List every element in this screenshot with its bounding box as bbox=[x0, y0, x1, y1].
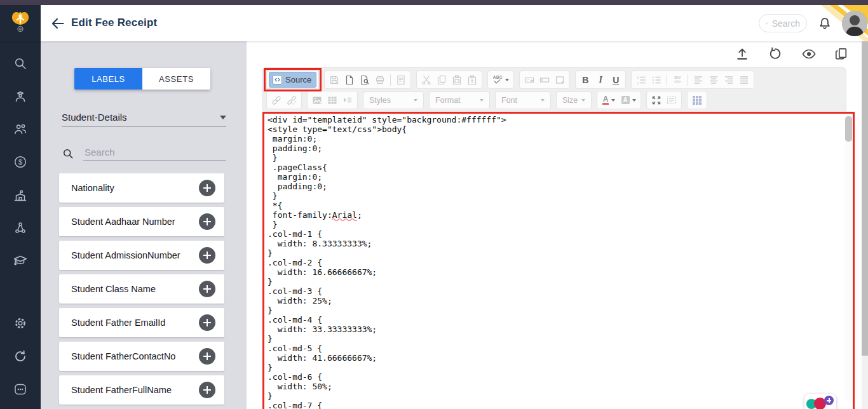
font-dropdown[interactable]: Font bbox=[495, 91, 551, 109]
align-right-button[interactable] bbox=[721, 72, 736, 88]
format-dropdown[interactable]: Format bbox=[429, 91, 490, 109]
app-logo[interactable] bbox=[0, 5, 41, 41]
sidebar-school-icon[interactable] bbox=[13, 188, 28, 203]
source-group: Source bbox=[266, 70, 319, 89]
maximize-button[interactable] bbox=[649, 93, 664, 108]
sidebar-student-icon[interactable] bbox=[13, 89, 28, 104]
maximize-icon bbox=[651, 95, 661, 105]
sidebar-graduation-icon[interactable] bbox=[13, 253, 28, 268]
label-card-admission[interactable]: Student AdmissionNumber bbox=[59, 241, 224, 270]
sidebar-chat-icon[interactable] bbox=[13, 382, 28, 397]
panel-tabs: LABELS ASSETS bbox=[74, 68, 210, 90]
new-page-button[interactable] bbox=[342, 72, 357, 88]
notifications-button[interactable] bbox=[817, 15, 832, 32]
code-scrollbar-thumb[interactable] bbox=[845, 116, 852, 142]
label-card-class[interactable]: Student Class Name bbox=[59, 274, 224, 304]
category-select[interactable]: Student-Details bbox=[62, 108, 226, 127]
basicstyles-group: B I U bbox=[575, 70, 626, 89]
add-label-button[interactable] bbox=[199, 314, 215, 331]
sidebar-sync-icon[interactable] bbox=[13, 349, 28, 364]
image-button[interactable] bbox=[309, 93, 325, 108]
colors-group: A A bbox=[597, 91, 641, 109]
search-icon bbox=[62, 147, 74, 161]
chevron-down-icon bbox=[505, 79, 509, 81]
div-container-button[interactable]: DIV </> bbox=[670, 72, 685, 88]
save-button[interactable] bbox=[327, 72, 342, 88]
label-card-aadhaar[interactable]: Student Aadhaar Number bbox=[59, 207, 224, 236]
text-color-button[interactable]: A bbox=[599, 93, 618, 108]
form-button[interactable] bbox=[522, 72, 537, 88]
global-search-button[interactable]: Search bbox=[759, 14, 807, 32]
preview-button[interactable] bbox=[801, 46, 816, 62]
avatar[interactable] bbox=[842, 11, 867, 36]
bold-button[interactable]: B bbox=[578, 72, 593, 88]
add-label-button[interactable] bbox=[199, 213, 215, 230]
insert-template-button[interactable] bbox=[340, 93, 355, 108]
source-button[interactable]: Source bbox=[269, 72, 316, 88]
sidebar-search-icon[interactable] bbox=[13, 56, 28, 71]
reset-icon bbox=[768, 46, 783, 62]
add-label-button[interactable] bbox=[199, 281, 215, 297]
copy-doc-button[interactable] bbox=[434, 72, 449, 88]
align-right-icon bbox=[724, 75, 734, 85]
label-card-father-name[interactable]: Student FatherFullName bbox=[59, 375, 224, 405]
unlink-button[interactable] bbox=[284, 93, 299, 108]
table-button[interactable] bbox=[325, 93, 340, 108]
add-label-button[interactable] bbox=[199, 247, 215, 264]
bulleted-list-icon bbox=[651, 75, 661, 85]
show-blocks-button[interactable] bbox=[664, 93, 679, 108]
label-search-input[interactable] bbox=[83, 144, 226, 161]
spellcheck-button[interactable]: ABC bbox=[490, 72, 512, 88]
paste-text-button[interactable] bbox=[465, 72, 480, 88]
source-code-text[interactable]: <div id="templateid" style="background:#… bbox=[264, 114, 853, 409]
chevron-down-icon bbox=[480, 99, 484, 102]
label-card-father-contact[interactable]: Student FatherContactNo bbox=[59, 342, 224, 371]
grid-button[interactable] bbox=[689, 93, 705, 108]
sidebar-settings-icon[interactable] bbox=[13, 316, 28, 331]
back-button[interactable] bbox=[50, 15, 66, 32]
link-button[interactable] bbox=[269, 93, 284, 108]
bg-color-button[interactable]: A bbox=[618, 93, 639, 108]
page-scrollbar-thumb[interactable] bbox=[862, 41, 868, 356]
sidebar-fees-icon[interactable]: $ bbox=[13, 154, 28, 170]
chevron-down-icon bbox=[414, 99, 417, 102]
add-label-button[interactable] bbox=[199, 348, 215, 365]
unlink-icon bbox=[287, 95, 297, 105]
upload-button[interactable] bbox=[735, 46, 750, 62]
numbered-list-button[interactable]: 1 2 bbox=[634, 72, 649, 88]
sidebar-people-icon[interactable] bbox=[13, 121, 28, 137]
align-center-button[interactable] bbox=[706, 72, 721, 88]
numbered-list-icon: 1 2 bbox=[636, 75, 646, 85]
align-left-button[interactable] bbox=[691, 72, 706, 88]
label-card-nationality[interactable]: Nationality bbox=[59, 173, 224, 203]
preview-doc-button[interactable] bbox=[357, 72, 372, 88]
add-label-button[interactable] bbox=[199, 382, 215, 398]
label-card-father-email[interactable]: Student Father EmailId bbox=[59, 308, 224, 337]
add-label-button[interactable] bbox=[199, 180, 215, 196]
text-field-button[interactable] bbox=[537, 72, 552, 88]
textarea-button[interactable] bbox=[552, 72, 567, 88]
paste-button[interactable] bbox=[449, 72, 465, 88]
print-button[interactable] bbox=[372, 72, 388, 88]
toolbar-separator bbox=[390, 74, 391, 86]
chevron-down-icon bbox=[611, 99, 615, 102]
copy-button[interactable] bbox=[834, 46, 849, 62]
styles-dropdown[interactable]: Styles bbox=[363, 91, 424, 109]
source-code-area[interactable]: <div id="templateid" style="background:#… bbox=[262, 112, 855, 409]
tab-labels[interactable]: LABELS bbox=[74, 68, 142, 90]
search-icon bbox=[766, 18, 768, 29]
align-justify-button[interactable] bbox=[736, 72, 752, 88]
reset-button[interactable] bbox=[768, 46, 783, 62]
underline-button[interactable]: U bbox=[608, 72, 623, 88]
toolbar-separator bbox=[667, 74, 667, 86]
cut-button[interactable] bbox=[419, 72, 434, 88]
floating-widget[interactable] bbox=[804, 394, 836, 409]
header: Edit Fee Receipt Search bbox=[0, 5, 868, 41]
templates-button[interactable] bbox=[393, 72, 409, 88]
size-dropdown[interactable]: Size bbox=[556, 91, 592, 109]
tab-assets[interactable]: ASSETS bbox=[142, 68, 210, 90]
sidebar-share-icon[interactable] bbox=[13, 220, 28, 236]
italic-button[interactable]: I bbox=[593, 72, 608, 88]
bulleted-list-button[interactable] bbox=[649, 72, 664, 88]
chevron-down-icon bbox=[220, 116, 226, 119]
